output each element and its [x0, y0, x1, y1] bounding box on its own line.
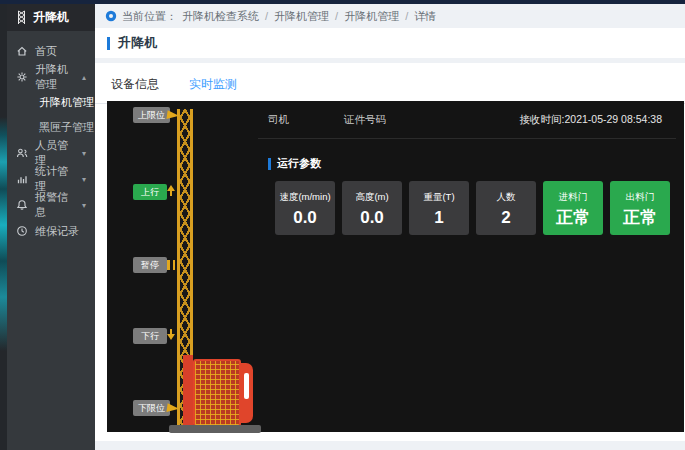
- gear-icon: [16, 71, 28, 83]
- badge-lower-limit: 下限位: [133, 400, 170, 416]
- cage-mount: [183, 355, 193, 429]
- certificate-number-label: 证件号码: [344, 113, 386, 127]
- arrow-up-icon: [167, 185, 175, 196]
- metric-people-count: 人数 2: [476, 181, 536, 235]
- app-logo: 升降机: [7, 4, 95, 31]
- users-icon: [16, 147, 28, 159]
- metric-speed: 速度(m/min) 0.0: [275, 181, 335, 235]
- title-accent-bar: [107, 37, 110, 50]
- metric-height: 高度(m) 0.0: [342, 181, 402, 235]
- sidebar-item-alarm-info[interactable]: 报警信息 ▾: [7, 192, 95, 218]
- metric-label: 进料门: [559, 191, 588, 204]
- metric-value: 正常: [623, 209, 657, 226]
- hoist-cage-illustration: [193, 359, 241, 427]
- flag-icon: [167, 404, 179, 413]
- breadcrumb-separator: /: [335, 10, 338, 22]
- badge-upper-limit: 上限位: [133, 107, 170, 123]
- tab-bar: 设备信息 实时监测: [95, 72, 685, 104]
- app-root: { "logo": { "label": "升降机" }, "sidebar":…: [0, 0, 685, 450]
- sidebar-subitem-label: 黑匣子管理: [39, 120, 94, 135]
- metric-value: 1: [434, 209, 443, 226]
- metrics-row: 速度(m/min) 0.0 高度(m) 0.0 重量(T) 1 人数 2 进料门: [275, 181, 670, 235]
- section-accent-bar: [268, 158, 271, 170]
- metric-label: 高度(m): [355, 191, 388, 204]
- bell-icon: [16, 199, 28, 211]
- section-title: 运行参数: [277, 156, 321, 171]
- sidebar-item-statistics-management[interactable]: 统计管理 ▾: [7, 166, 95, 192]
- running-params-header: 运行参数: [268, 156, 321, 171]
- sidebar-item-lift-management[interactable]: 升降机管理 ▴: [7, 64, 95, 90]
- metric-value: 0.0: [293, 209, 317, 226]
- sidebar-menu: 首页 升降机管理 ▴ 升降机管理 黑匣子管理 人员管理 ▾ 统计管理: [7, 38, 95, 244]
- metric-outlet-door: 出料门 正常: [610, 181, 670, 235]
- sidebar-item-home[interactable]: 首页: [7, 38, 95, 64]
- received-time: 接收时间:2021-05-29 08:54:38: [520, 113, 662, 127]
- badge-pause: 暂停: [133, 257, 167, 273]
- sidebar-subitem-lift-management[interactable]: 升降机管理: [7, 90, 95, 115]
- chevron-down-icon: ▾: [82, 175, 86, 184]
- chevron-up-icon: ▴: [82, 73, 86, 82]
- breadcrumb-separator: /: [405, 10, 408, 22]
- sidebar-subitem-label: 升降机管理: [39, 95, 94, 110]
- top-strip: [0, 0, 685, 4]
- stats-icon: [16, 173, 28, 185]
- sidebar: 升降机 首页 升降机管理 ▴ 升降机管理 黑匣子管理 人员管理 ▾: [0, 0, 95, 450]
- sidebar-item-label: 报警信息: [35, 190, 75, 220]
- breadcrumb-prefix: 当前位置：: [122, 9, 177, 24]
- clock-icon: [16, 225, 28, 237]
- tab-device-info[interactable]: 设备信息: [109, 72, 161, 103]
- sidebar-edge-decoration: [0, 0, 7, 450]
- metric-value: 0.0: [360, 209, 384, 226]
- metric-label: 人数: [497, 191, 516, 204]
- monitor-info-header: 司机 证件号码 接收时间:2021-05-29 08:54:38: [268, 113, 662, 127]
- logo-label: 升降机: [33, 9, 69, 26]
- metric-label: 速度(m/min): [279, 191, 330, 204]
- monitor-panel: 上限位 上行 暂停 下行 下限位 司机 证件号码 接收时间:2021-05-29…: [107, 101, 684, 432]
- info-divider: [258, 138, 676, 139]
- chevron-down-icon: ▾: [82, 149, 86, 158]
- metric-label: 重量(T): [423, 191, 454, 204]
- metric-value: 正常: [556, 209, 590, 226]
- flag-icon: [167, 111, 179, 120]
- content-card: 设备信息 实时监测 上限位 上行 暂停 下行 下限位 司机: [95, 63, 685, 441]
- tab-realtime-monitor[interactable]: 实时监测: [187, 72, 239, 104]
- metric-value: 2: [501, 209, 510, 226]
- sidebar-item-maintenance-records[interactable]: 维保记录: [7, 218, 95, 244]
- arrow-down-icon: [167, 329, 175, 340]
- driver-label: 司机: [268, 113, 289, 127]
- chevron-down-icon: ▾: [82, 201, 86, 210]
- sidebar-item-label: 首页: [35, 44, 57, 59]
- metric-weight: 重量(T) 1: [409, 181, 469, 235]
- metric-label: 出料门: [626, 191, 655, 204]
- breadcrumb: 当前位置： 升降机检查系统 / 升降机管理 / 升降机管理 / 详情: [95, 4, 685, 28]
- breadcrumb-separator: /: [265, 10, 268, 22]
- cage-cab-window: [244, 373, 249, 399]
- badge-down: 下行: [133, 328, 167, 344]
- home-icon: [16, 45, 28, 57]
- breadcrumb-item-detail[interactable]: 详情: [414, 9, 436, 24]
- breadcrumb-item-lift-management[interactable]: 升降机管理: [274, 9, 329, 24]
- cage-base-platform: [169, 425, 261, 433]
- breadcrumb-item-lift-management-2[interactable]: 升降机管理: [344, 9, 399, 24]
- logo-tower-icon: [15, 10, 28, 25]
- page-title: 升降机: [118, 34, 157, 52]
- breadcrumb-item-system[interactable]: 升降机检查系统: [182, 9, 259, 24]
- sidebar-subitem-blackbox-management[interactable]: 黑匣子管理: [7, 115, 95, 140]
- location-icon: [105, 10, 117, 22]
- badge-up-active: 上行: [133, 184, 167, 200]
- pause-icon: [167, 260, 175, 270]
- sidebar-item-label: 维保记录: [35, 224, 79, 239]
- sidebar-item-personnel-management[interactable]: 人员管理 ▾: [7, 140, 95, 166]
- metric-inlet-door: 进料门 正常: [543, 181, 603, 235]
- main-area: 当前位置： 升降机检查系统 / 升降机管理 / 升降机管理 / 详情 升降机 设…: [95, 4, 685, 450]
- sidebar-item-label: 升降机管理: [35, 62, 75, 92]
- page-header: 升降机: [95, 28, 685, 58]
